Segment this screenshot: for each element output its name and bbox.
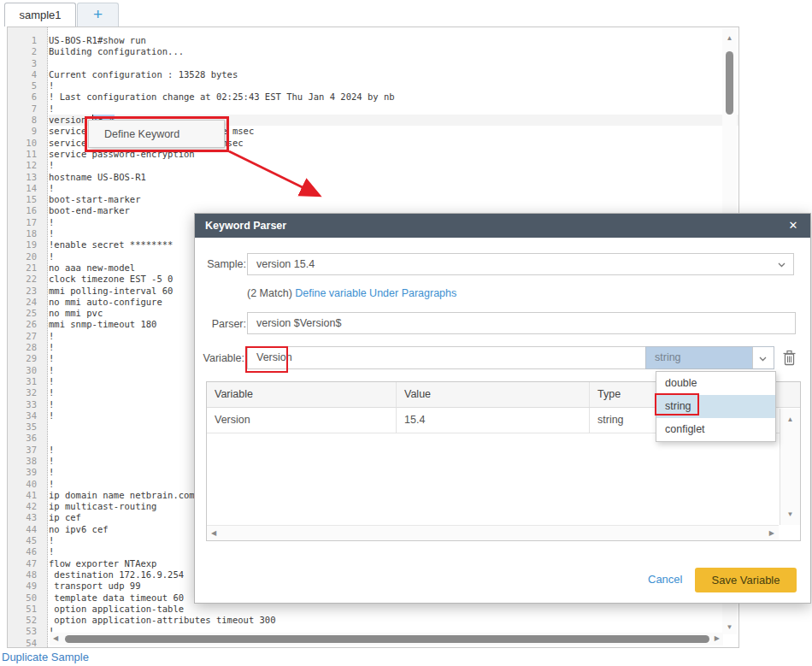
scroll-up-icon[interactable]: ▲ — [780, 416, 800, 423]
code-line[interactable]: 12! — [8, 160, 738, 171]
code-line[interactable]: 1US-BOS-R1#show run — [8, 35, 738, 46]
line-text: service password-encryption — [49, 149, 738, 160]
code-line[interactable]: 3 — [8, 58, 738, 69]
line-text: Current configuration : 13528 bytes — [49, 69, 738, 80]
line-number: 22 — [8, 274, 42, 285]
save-variable-button[interactable]: Save Variable — [695, 568, 797, 592]
gutter-gap — [42, 399, 49, 410]
scroll-left-icon[interactable]: ◀ — [211, 529, 216, 537]
line-number: 15 — [8, 194, 42, 205]
line-text: ! — [49, 160, 738, 171]
line-number: 21 — [8, 262, 42, 274]
scroll-down-icon[interactable]: ▼ — [722, 623, 737, 631]
line-text: ! — [49, 183, 738, 194]
gutter-gap — [42, 217, 49, 228]
line-number: 16 — [8, 205, 42, 216]
code-line[interactable]: 4Current configuration : 13528 bytes — [8, 69, 738, 80]
line-number: 46 — [8, 546, 42, 557]
scroll-right-icon[interactable]: ▶ — [715, 634, 720, 642]
line-number: 53 — [8, 626, 42, 637]
chevron-down-icon — [778, 261, 786, 268]
gutter-gap — [42, 308, 49, 319]
line-number: 44 — [8, 524, 42, 535]
type-select-chevron-cell[interactable] — [752, 347, 774, 368]
table-horizontal-scrollbar[interactable]: ◀ ▶ — [207, 525, 779, 540]
gutter-gap — [42, 365, 49, 376]
code-line[interactable]: 6! Last configuration change at 02:25:43… — [8, 91, 738, 103]
gutter-gap — [42, 626, 49, 637]
line-number: 27 — [8, 331, 42, 342]
tab-sample1[interactable]: sample1 — [4, 3, 76, 27]
parser-input[interactable]: version $Version$ — [247, 312, 796, 334]
code-line[interactable]: 2Building configuration... — [8, 46, 738, 57]
gutter-gap — [42, 456, 49, 467]
line-number: 33 — [8, 399, 42, 410]
line-number: 49 — [8, 581, 42, 592]
table-vertical-scrollbar[interactable]: ▲ ▼ — [780, 409, 800, 525]
chevron-down-icon — [759, 355, 767, 362]
gutter-gap — [42, 501, 49, 512]
gutter-gap — [42, 205, 49, 216]
gutter-gap — [42, 115, 49, 126]
define-keyword-menu-item[interactable]: Define Keyword — [89, 121, 224, 148]
gutter-gap — [42, 262, 49, 274]
type-option-double[interactable]: double — [656, 372, 775, 395]
gutter-gap — [42, 126, 49, 137]
dialog-title: Keyword Parser — [205, 214, 286, 238]
table-cell: 15.4 — [397, 408, 590, 433]
line-number: 11 — [8, 149, 42, 160]
line-number: 38 — [8, 456, 42, 467]
type-select[interactable]: string — [645, 346, 774, 369]
line-number: 37 — [8, 445, 42, 456]
gutter-gap — [42, 524, 49, 535]
scroll-left-icon[interactable]: ◀ — [53, 634, 58, 642]
line-number: 29 — [8, 353, 42, 364]
type-option-string[interactable]: string — [656, 395, 775, 418]
line-number: 19 — [8, 239, 42, 250]
define-variable-link[interactable]: Define variable Under Paragraphs — [295, 287, 456, 299]
vertical-scroll-thumb[interactable] — [726, 51, 733, 115]
gutter-gap — [42, 546, 49, 557]
variable-input[interactable]: Version — [247, 346, 646, 369]
duplicate-sample-link[interactable]: Duplicate Sample — [2, 651, 89, 663]
gutter-gap — [42, 592, 49, 604]
scroll-up-icon[interactable]: ▲ — [722, 34, 737, 42]
gutter-gap — [42, 160, 49, 171]
gutter-gap — [42, 490, 49, 501]
gutter-gap — [42, 615, 49, 626]
line-number: 13 — [8, 172, 42, 183]
editor-horizontal-scrollbar[interactable]: ◀ ▶ — [50, 633, 723, 645]
sample-select-value: version 15.4 — [256, 258, 315, 270]
gutter-gap — [42, 228, 49, 239]
line-text: US-BOS-R1#show run — [49, 35, 738, 46]
code-line[interactable]: 52 option application-attributes timeout… — [8, 615, 738, 626]
code-line[interactable]: 15boot-start-marker — [8, 194, 738, 205]
add-tab-button[interactable]: + — [77, 3, 119, 27]
parser-label: Parser: — [203, 318, 246, 330]
code-line[interactable]: 11service password-encryption — [8, 149, 738, 160]
trash-icon[interactable] — [782, 350, 797, 366]
code-line[interactable]: 51 option application-table — [8, 604, 738, 615]
gutter-gap — [42, 410, 49, 421]
scroll-down-icon[interactable]: ▼ — [780, 510, 800, 518]
sample-select[interactable]: version 15.4 — [247, 253, 794, 275]
line-number: 25 — [8, 308, 42, 319]
horizontal-scroll-thumb[interactable] — [65, 635, 709, 643]
table-cell: Version — [207, 408, 397, 433]
code-line[interactable]: 7! — [8, 103, 738, 115]
scroll-right-icon[interactable]: ▶ — [769, 529, 774, 537]
gutter-gap — [42, 512, 49, 523]
line-number: 34 — [8, 410, 42, 421]
line-number: 20 — [8, 251, 42, 262]
gutter-gap — [42, 80, 49, 91]
type-option-configlet[interactable]: configlet — [656, 418, 775, 441]
code-line[interactable]: 5! — [8, 80, 738, 91]
close-icon[interactable]: ✕ — [785, 214, 802, 238]
code-line[interactable]: 13hostname US-BOS-R1 — [8, 172, 738, 183]
line-text: ! — [49, 103, 738, 115]
cancel-button[interactable]: Cancel — [648, 573, 682, 586]
code-line[interactable]: 14! — [8, 183, 738, 194]
line-number: 54 — [8, 638, 42, 648]
gutter-gap — [42, 138, 49, 149]
tab-bar: sample1 + — [0, 0, 812, 27]
